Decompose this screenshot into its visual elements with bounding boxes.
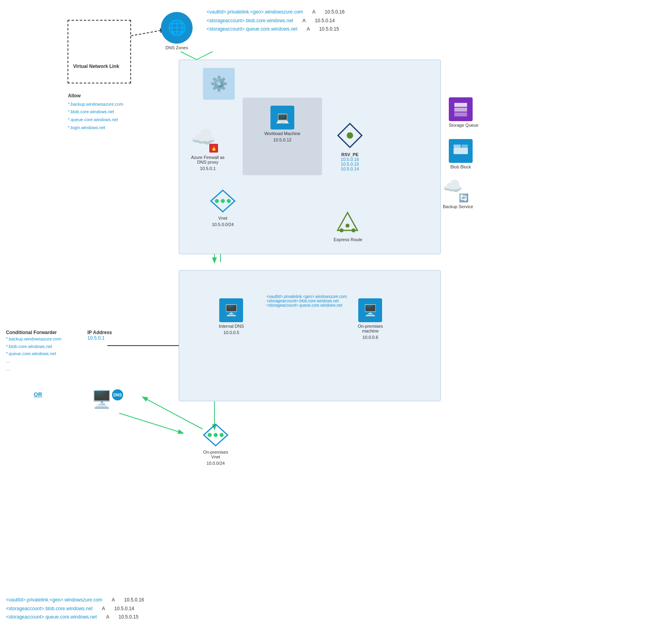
svg-point-25 [347, 132, 353, 139]
internal-dns-label: Internal DNS [219, 324, 244, 329]
allow-title: Allow [68, 92, 123, 101]
dns-badge-icon: DNS [113, 393, 122, 397]
ip-address-section: IP Address 10.5.0.1 [87, 330, 112, 341]
workload-machine-icon: 💻 [270, 106, 294, 130]
dns-bottom-3-type: A [98, 614, 117, 620]
on-prem-vnet-icon [202, 423, 230, 447]
svg-rect-35 [462, 145, 468, 148]
cf-title: Conditional Forwarder [6, 330, 61, 335]
on-prem-region-box: 🖥️ Internal DNS 10.0.0.5 <vaultId>.priva… [179, 270, 441, 401]
cf-item-4: ... [6, 358, 61, 365]
server-icon: 🖥️ [224, 304, 238, 317]
svg-point-42 [214, 433, 218, 437]
vnet-label: Vnet [209, 216, 237, 220]
internal-dns: 🖥️ Internal DNS 10.0.0.5 [219, 298, 244, 335]
rsv-pe-label: RSV_PE 10.5.0.16 10.5.0.15 10.5.0.14 [336, 152, 364, 171]
workload-machine-ip: 10.5.0.12 [243, 137, 322, 142]
allow-item-1: *.backup.windowsazure.com [68, 101, 123, 108]
vnet-ip: 10.5.0.0/24 [209, 222, 237, 227]
ip-address-value: 10.5.0.1 [87, 335, 112, 341]
cf-item-3: *.queue.core.windows.net [6, 350, 61, 358]
cf-item-5: ... [6, 365, 61, 373]
svg-point-28 [221, 199, 225, 203]
svg-marker-36 [338, 213, 357, 230]
allow-item-3: *.queue.core.windows.net [68, 116, 123, 124]
dns-server-on-prem: 🖥️ DNS [91, 389, 123, 417]
dns-record-2-ip: 10.5.0.14 [315, 18, 335, 23]
dns-record-2-type: A [294, 18, 313, 23]
firewall-icon: 🔥 [209, 144, 218, 153]
dns-server-icon: 🖥️ [91, 390, 112, 408]
svg-rect-33 [454, 148, 468, 154]
on-premises-machine-ip: 10.0.0.6 [358, 335, 383, 340]
machine-icon: 🖥️ [363, 304, 377, 317]
computer-icon: 💻 [276, 111, 290, 124]
allow-item-2: *.blob.core.windows.net [68, 108, 123, 116]
express-route: Express Route [334, 211, 362, 242]
on-premises-machine-label: On-premises machine [358, 324, 383, 333]
conditional-forwarder: Conditional Forwarder *.backup.windowsaz… [6, 330, 61, 372]
diagram-container: <vaultId>.privatelink.<geo>.windowszure.… [0, 0, 672, 636]
ip-address-label: IP Address [87, 330, 112, 335]
blob-block-icon [449, 139, 473, 163]
virtual-network-link-label: Virtual Network Link [73, 64, 126, 69]
internal-dns-icon: 🖥️ [219, 298, 243, 322]
azure-firewall-label: Azure Firewall as DNS proxy [191, 155, 224, 164]
svg-point-43 [220, 433, 224, 437]
azure-firewall-ip: 10.5.0.1 [191, 166, 224, 171]
svg-rect-30 [454, 103, 467, 107]
dns-bottom-2-type: A [94, 606, 113, 611]
azure-firewall: ☁️ 🔥 Azure Firewall as DNS proxy 10.5.0.… [191, 126, 224, 171]
svg-point-37 [346, 224, 350, 228]
dns-records-bottom: <vaultId>.privatelink.<geo>.windowszure.… [6, 596, 144, 622]
svg-rect-32 [454, 112, 467, 116]
svg-rect-31 [454, 108, 467, 112]
dns-record-3-ip: 10.5.0.15 [319, 26, 339, 32]
on-premises-machine: 🖥️ On-premises machine 10.0.0.6 [358, 298, 383, 340]
svg-point-29 [227, 199, 231, 203]
dns-record-1-type: A [304, 9, 323, 15]
storage-queue-label: Storage Queue [449, 123, 479, 128]
svg-rect-34 [454, 145, 461, 148]
internal-dns-ip: 10.0.0.5 [219, 330, 244, 335]
svg-line-0 [131, 30, 165, 36]
rsv-pe-icon [336, 122, 364, 149]
cf-item-2: *.blob.core.windows.net [6, 343, 61, 350]
dns-records-top: <vaultId>.privatelink.<geo>.windowszure.… [207, 8, 345, 34]
dns-bottom-2-ip: 10.5.0.14 [114, 606, 134, 611]
express-route-label: Express Route [334, 237, 362, 242]
backup-service-label: Backup Service [443, 204, 473, 209]
dns-record-1-name: <vaultId>.privatelink.<geo>.windowszure.… [207, 9, 303, 15]
allow-item-4: *.login.windows.net [68, 124, 123, 132]
svg-point-27 [215, 199, 219, 203]
dns-resolver: ⚙️ [203, 68, 235, 100]
dns-bottom-3-ip: 10.5.0.15 [119, 614, 139, 620]
svg-point-39 [351, 228, 355, 232]
gear-icon: ⚙️ [210, 75, 228, 92]
workload-machine-label: Workload Machine [243, 131, 322, 136]
dns-record-mid-3: <storageaccount>.queue.core.windows.net [266, 303, 347, 307]
on-prem-vnet-ip: 10.0.0/24 [202, 461, 230, 466]
rsv-pe: RSV_PE 10.5.0.16 10.5.0.15 10.5.0.14 [336, 122, 364, 171]
dns-bottom-3-name: <storageaccount>.queue.core.windows.net [6, 614, 97, 620]
or-label: OR [34, 391, 42, 398]
vnet: Vnet 10.5.0.0/24 [209, 189, 237, 227]
cf-item-1: *.backup.windowsazure.com [6, 335, 61, 343]
on-prem-vnet-label: On-premises Vnet [202, 450, 230, 459]
dns-record-3-name: <storageaccount>.queue.core.windows.net [207, 26, 297, 32]
express-route-icon [334, 211, 361, 234]
dns-zones-label: DNS Zones [161, 45, 193, 50]
dns-record-mid-2: <storageaccount>.blob.core.windows.net [266, 299, 347, 303]
allow-section: Allow *.backup.windowsazure.com *.blob.c… [68, 92, 123, 132]
svg-point-41 [208, 433, 212, 437]
backup-service: ☁️ 🔄 Backup Service [443, 177, 473, 209]
virtual-network-link-box: Virtual Network Link [68, 20, 131, 83]
azure-region-box: ⚙️ Allow *.backup.windowsazure.com *.blo… [179, 60, 441, 254]
dns-bottom-1-ip: 10.5.0.16 [124, 597, 144, 603]
blob-block: Blob Block [449, 139, 473, 169]
dns-record-3-type: A [299, 26, 318, 32]
storage-queue: Storage Queue [449, 97, 479, 128]
vnet-icon [209, 189, 237, 213]
dns-globe-icon: 🌐 [168, 19, 186, 37]
dns-bottom-1-type: A [104, 597, 123, 603]
